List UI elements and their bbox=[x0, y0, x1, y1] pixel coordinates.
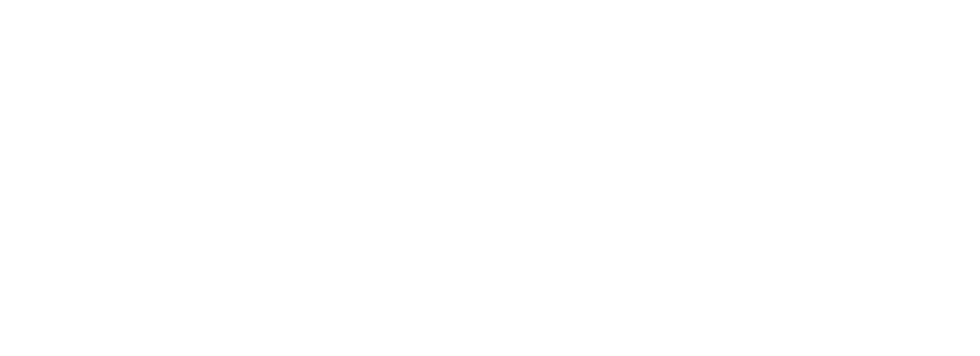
finder-window bbox=[0, 0, 980, 356]
